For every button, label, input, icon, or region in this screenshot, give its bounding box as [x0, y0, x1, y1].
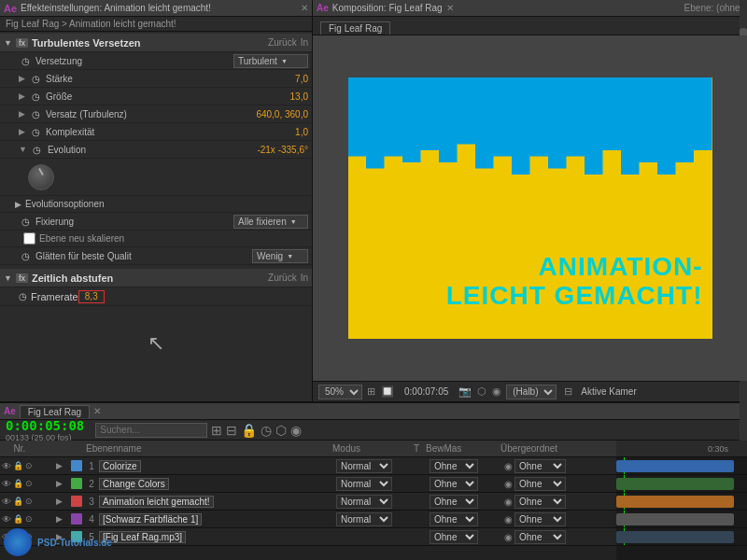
layer-uber-select[interactable]: Ohne [514, 512, 566, 526]
layer-name-text[interactable]: Animation leicht gemacht! [99, 496, 214, 508]
layer-name-text[interactable]: Colorize [99, 460, 141, 472]
track-bar[interactable] [616, 460, 734, 472]
logo-icon [4, 528, 32, 556]
layer-visibility-icon[interactable]: 👁 [2, 479, 11, 489]
track-bar[interactable] [616, 531, 734, 543]
layer-uber-select[interactable]: Ohne [514, 495, 566, 509]
layer-modus-select[interactable]: Normal [336, 512, 392, 526]
layer-visibility-icon[interactable]: 👁 [2, 497, 11, 507]
zoom-select[interactable]: 50% [318, 385, 362, 399]
comp-tab[interactable]: Fig Leaf Rag [320, 21, 390, 35]
framerate-value-box[interactable]: 8,3 [78, 290, 105, 303]
layer-uber-eye-icon: ◉ [504, 461, 513, 471]
layer-uber-select[interactable]: Ohne [514, 459, 566, 473]
zeitlich-zurück[interactable]: Zurück [268, 273, 297, 283]
track-row [616, 475, 747, 493]
versatz-expand[interactable]: ▶ [19, 109, 25, 119]
layer-lock-icon[interactable]: 🔒 [13, 497, 23, 506]
layer-modus-select[interactable]: Normal [336, 459, 392, 473]
layer-uber-eye-icon: ◉ [504, 532, 513, 542]
grosse-expand[interactable]: ▶ [19, 91, 25, 101]
col-bewmas-header: BewMas [426, 443, 500, 454]
layer-modus-select[interactable]: Normal [336, 495, 392, 509]
layer-expand[interactable]: ▶ [56, 514, 69, 524]
track-bar[interactable] [616, 496, 734, 508]
layer-expand[interactable]: ▶ [56, 497, 69, 506]
evo-options-label: Evolutionsoptionen [25, 199, 105, 209]
versetzung-dropdown[interactable]: Turbulent [233, 54, 308, 68]
layer-solo-icon[interactable]: ⊙ [25, 479, 33, 488]
layer-bewmas-select[interactable]: Ohne [430, 512, 478, 526]
layer-bewmas-cell: Ohne [430, 459, 504, 473]
layer-solo-icon[interactable]: ⊙ [25, 514, 33, 524]
cursor-icon: ↖ [148, 331, 164, 356]
layer-expand[interactable]: ▶ [56, 461, 69, 470]
layer-lock-icon[interactable]: 🔒 [13, 461, 23, 470]
fixierung-dropdown[interactable]: Alle fixieren [233, 215, 308, 229]
quality-select[interactable]: (Halb) [506, 385, 557, 399]
layer-bewmas-cell: Ohne [430, 495, 504, 509]
layer-lock-icon[interactable]: 🔒 [13, 514, 23, 524]
timeline-tab[interactable]: Fig Leaf Rag [20, 405, 90, 418]
turbulentes-header[interactable]: ▼ fx Turbulentes Versetzen Zurück In [0, 34, 312, 52]
track-bar[interactable] [616, 513, 734, 525]
close-icon2[interactable]: ✕ [446, 3, 454, 13]
comp-ctrl-icon4[interactable]: ◉ [492, 385, 501, 398]
ebene-checkbox[interactable] [23, 232, 35, 245]
layer-visibility-icon[interactable]: 👁 [2, 461, 11, 471]
layer-bewmas-select[interactable]: Ohne [430, 477, 478, 491]
zeitlich-section-name: Zeitlich abstufen [32, 273, 113, 284]
comp-ctrl-icon3[interactable]: ⬡ [477, 385, 486, 398]
comp-tabs: Fig Leaf Rag [313, 17, 747, 35]
camera-icon[interactable]: 📷 [458, 385, 472, 398]
layer-name-text[interactable]: [Schwarz Farbfläche 1] [99, 513, 202, 525]
layer-uber-cell: ◉Ohne [504, 459, 616, 473]
track-bar[interactable] [616, 478, 734, 490]
glatten-dropdown[interactable]: Wenig [252, 249, 308, 263]
versatz-value: 640,0, 360,0 [256, 109, 308, 119]
tl-btn1[interactable]: ⊞ [211, 423, 222, 438]
layer-expand[interactable]: ▶ [56, 479, 69, 488]
layer-uber-select[interactable]: Ohne [514, 477, 566, 491]
layer-modus-select[interactable]: Normal [336, 477, 392, 491]
layer-uber-select[interactable]: Ohne [514, 530, 566, 544]
layer-solo-icon[interactable]: ⊙ [25, 461, 33, 470]
versatz-row: ▶ ◷ Versatz (Turbulenz) 640,0, 360,0 [0, 105, 312, 123]
close-icon[interactable]: ✕ [301, 3, 308, 13]
comp-ctrl-icon1[interactable]: ⊞ [367, 385, 375, 398]
layer-lock-icon[interactable]: 🔒 [13, 479, 23, 488]
track-row [616, 511, 747, 528]
tl-btn3[interactable]: 🔒 [241, 423, 257, 438]
comp-ctrl-icon2[interactable]: 🔲 [381, 385, 394, 398]
search-box[interactable] [95, 423, 207, 438]
bottom-panel: Ae Fig Leaf Rag ✕ 0:00:05:08 00133 (25,0… [0, 401, 747, 560]
layer-icon-group: 👁 🔒 ⊙ [0, 497, 56, 507]
zeitlich-header[interactable]: ▼ fx Zeitlich abstufen Zurück In [0, 269, 312, 287]
evolution-expand[interactable]: ▼ [19, 145, 27, 154]
starke-expand[interactable]: ▶ [19, 74, 25, 83]
logo-text: PSD-Tutorials.de [37, 538, 112, 548]
layer-solo-icon[interactable]: ⊙ [25, 497, 33, 506]
layer-name-text[interactable]: Change Colors [99, 478, 169, 490]
komplexitat-expand[interactable]: ▶ [19, 127, 25, 136]
tl-btn4[interactable]: ◷ [261, 423, 272, 438]
layer-modus-cell: Normal [336, 495, 411, 509]
evo-arrow: ▶ [15, 200, 21, 209]
layer-bewmas-select[interactable]: Ohne [430, 459, 478, 473]
comp-titlebar: Ae Komposition: Fig Leaf Rag ✕ Ebene: (o… [313, 0, 747, 17]
tl-btn5[interactable]: ⬡ [275, 423, 287, 438]
layer-row: 👁 🔒 ⊙ ▶4[Schwarz Farbfläche 1]NormalOhne… [0, 511, 616, 528]
evolutions-options-header[interactable]: ▶ Evolutionsoptionen [0, 196, 312, 213]
col-uber-header: Übergeordnet [500, 443, 613, 454]
layer-bewmas-select[interactable]: Ohne [430, 530, 478, 544]
zurück-btn[interactable]: Zurück [268, 37, 297, 48]
layer-bewmas-select[interactable]: Ohne [430, 495, 478, 509]
evolution-knob[interactable] [28, 164, 54, 190]
comp-ctrl-icon5[interactable]: ⊟ [564, 385, 572, 398]
layer-visibility-icon[interactable]: 👁 [2, 514, 11, 525]
clock-icon8: ◷ [19, 249, 32, 262]
tl-btn2[interactable]: ⊟ [226, 423, 237, 438]
tl-btn6[interactable]: ◉ [290, 423, 302, 438]
close-icon3[interactable]: ✕ [93, 406, 101, 416]
layer-bewmas-cell: Ohne [430, 477, 504, 491]
